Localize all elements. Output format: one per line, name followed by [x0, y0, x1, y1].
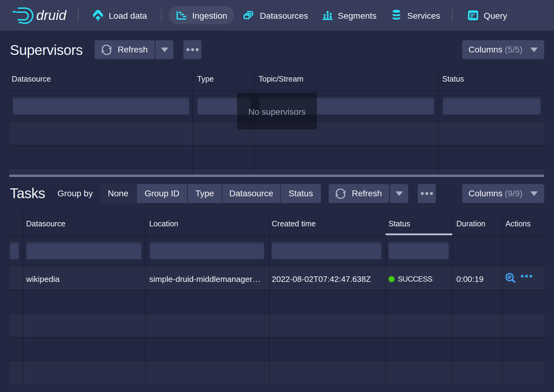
svg-text:druid: druid	[36, 8, 67, 23]
